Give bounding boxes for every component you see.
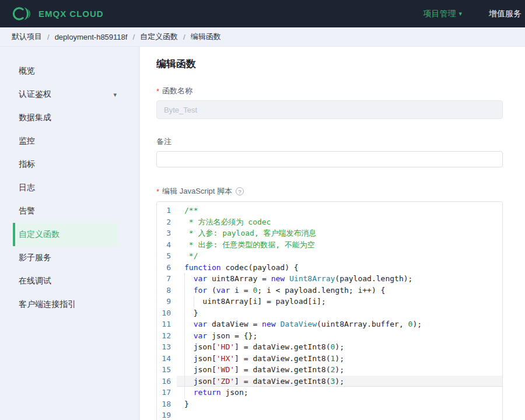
note-field: 备注: [156, 136, 503, 167]
code-text: json['HX'] = dataView.getInt8(1);: [177, 353, 502, 365]
script-field: * 编辑 JavaScript 脚本 ? 1/**2 * 方法名必须为 code…: [156, 186, 503, 420]
indent-guide: [184, 285, 185, 296]
line-number: 2: [157, 216, 177, 228]
code-line: 4 * 出参: 任意类型的数据, 不能为空: [157, 239, 502, 251]
sidebar-item-shadow-service[interactable]: 影子服务: [0, 246, 140, 270]
note-input[interactable]: [156, 151, 503, 167]
sidebar-item-label: 指标: [19, 159, 35, 170]
function-name-label: * 函数名称: [156, 86, 503, 96]
indent-guide: [184, 273, 185, 285]
sidebar-item-logs[interactable]: 日志: [0, 176, 140, 200]
required-asterisk: *: [156, 188, 159, 195]
sidebar-item-label: 客户端连接指引: [19, 299, 76, 310]
breadcrumb-item[interactable]: 自定义函数: [140, 32, 178, 42]
indent-guide: [184, 330, 185, 342]
emqx-logo-icon: [12, 6, 33, 22]
note-label: 备注: [156, 136, 503, 147]
code-text: json['WD'] = dataView.getInt8(2);: [177, 364, 502, 376]
chevron-down-icon: ▾: [113, 91, 117, 99]
line-number: 18: [157, 398, 177, 410]
code-text: * 入参: payload, 客户端发布消息: [177, 228, 502, 239]
code-text: function codec(payload) {: [177, 262, 502, 274]
project-management-menu[interactable]: 项目管理 ▾: [423, 9, 462, 19]
sidebar-item-label: 告警: [19, 206, 35, 216]
code-line: 6function codec(payload) {: [157, 262, 502, 274]
line-number: 19: [157, 410, 177, 420]
code-text: */: [177, 250, 502, 262]
line-number: 12: [157, 330, 177, 342]
sidebar-item-label: 在线调试: [19, 276, 51, 286]
code-line: 11 var dataView = new DataView(uint8Arra…: [157, 318, 502, 330]
breadcrumb-separator: /: [132, 33, 135, 41]
code-text: var uint8Array = new Uint8Array(payload.…: [177, 273, 502, 285]
page-title: 编辑函数: [156, 57, 503, 71]
line-number: 8: [157, 285, 177, 296]
line-number: 3: [157, 228, 177, 239]
code-line: 17 return json;: [157, 387, 502, 398]
breadcrumb-item[interactable]: 默认项目: [12, 32, 42, 42]
sidebar-item-custom-functions[interactable]: 自定义函数: [13, 223, 118, 246]
help-icon[interactable]: ?: [236, 187, 244, 195]
code-line: 5 */: [157, 250, 502, 262]
brand-title: EMQX CLOUD: [38, 9, 104, 19]
line-number: 7: [157, 273, 177, 285]
sidebar-item-label: 认证鉴权: [19, 89, 51, 100]
code-line: 12 var json = {};: [157, 330, 502, 342]
indent-guide: [184, 296, 185, 307]
line-number: 5: [157, 250, 177, 262]
script-label: * 编辑 JavaScript 脚本 ?: [156, 186, 503, 197]
code-text: }: [177, 398, 502, 410]
code-text: }: [177, 307, 502, 319]
code-line: 18}: [157, 398, 502, 410]
sidebar-item-label: 日志: [19, 183, 35, 193]
sidebar-item-overview[interactable]: 概览: [0, 60, 140, 83]
breadcrumb-separator: /: [183, 33, 186, 41]
line-number: 10: [157, 307, 177, 319]
indent-guide: [184, 387, 185, 398]
sidebar: 概览认证鉴权▾数据集成监控指标日志告警自定义函数影子服务在线调试客户端连接指引: [0, 47, 140, 420]
line-number: 17: [157, 387, 177, 398]
sidebar-item-label: 监控: [19, 136, 35, 146]
code-text: json['ZD'] = dataView.getInt8(3);: [177, 376, 502, 387]
code-line: 15 json['WD'] = dataView.getInt8(2);: [157, 364, 502, 376]
line-number: 11: [157, 318, 177, 330]
breadcrumb-item[interactable]: deployment-h859118f: [55, 33, 128, 41]
breadcrumb-item: 编辑函数: [191, 32, 221, 42]
indent-guide: [194, 296, 194, 307]
line-number: 15: [157, 364, 177, 376]
breadcrumb: 默认项目/deployment-h859118f/自定义函数/编辑函数: [0, 27, 525, 47]
code-line: 9 uint8Array[i] = payload[i];: [157, 296, 502, 307]
line-number: 13: [157, 341, 177, 353]
code-text: /**: [177, 205, 502, 216]
main-content: 编辑函数 * 函数名称 备注 * 编辑 JavaScript 脚本 ? 1/**…: [140, 47, 525, 420]
code-text: var json = {};: [177, 330, 502, 342]
code-line: 19: [157, 410, 502, 420]
indent-guide: [184, 364, 185, 376]
sidebar-item-label: 数据集成: [19, 113, 51, 123]
sidebar-item-online-test[interactable]: 在线调试: [0, 270, 140, 293]
javascript-code-editor[interactable]: 1/**2 * 方法名必须为 codec3 * 入参: payload, 客户端…: [156, 201, 503, 420]
sidebar-item-client-guide[interactable]: 客户端连接指引: [0, 293, 140, 316]
line-number: 4: [157, 239, 177, 251]
sidebar-item-data-integrations[interactable]: 数据集成: [0, 106, 140, 130]
sidebar-item-alerts[interactable]: 告警: [0, 200, 140, 223]
indent-guide: [184, 307, 185, 319]
code-line: 10 }: [157, 307, 502, 319]
code-line: 3 * 入参: payload, 客户端发布消息: [157, 228, 502, 239]
code-line: 8 for (var i = 0; i < payload.length; i+…: [157, 285, 502, 296]
code-text: uint8Array[i] = payload[i];: [177, 296, 502, 307]
line-number: 6: [157, 262, 177, 274]
sidebar-item-metrics[interactable]: 指标: [0, 153, 140, 176]
sidebar-item-monitor[interactable]: 监控: [0, 130, 140, 153]
brand[interactable]: EMQX CLOUD: [12, 6, 104, 22]
indent-guide: [184, 318, 185, 330]
line-number: 9: [157, 296, 177, 307]
indent-guide: [184, 353, 185, 365]
sidebar-item-auth[interactable]: 认证鉴权▾: [0, 83, 140, 106]
line-number: 16: [157, 376, 177, 387]
value-added-services-menu[interactable]: 增值服务: [489, 9, 522, 19]
sidebar-item-label: 影子服务: [19, 253, 51, 263]
code-text: var dataView = new DataView(uint8Array.b…: [177, 318, 502, 330]
code-line: 13 json['HD'] = dataView.getInt8(0);: [157, 341, 502, 353]
line-number: 14: [157, 353, 177, 365]
